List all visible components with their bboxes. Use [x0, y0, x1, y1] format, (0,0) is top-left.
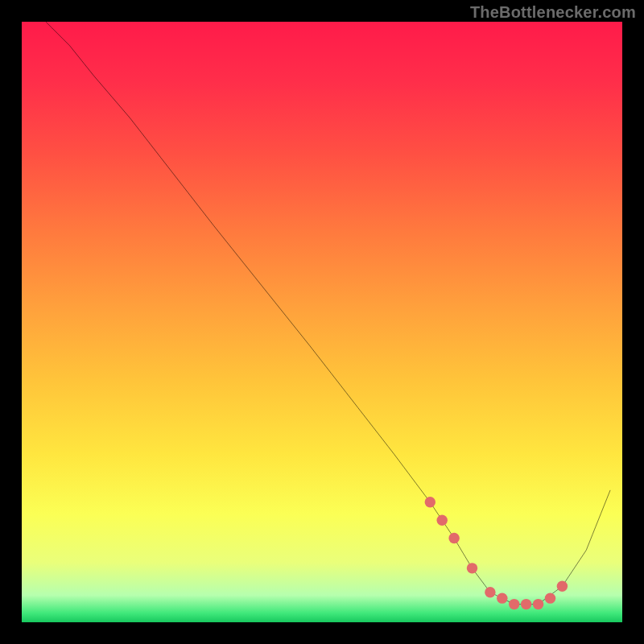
valley-marker: [497, 592, 507, 603]
chart-svg: [22, 22, 622, 622]
valley-marker: [557, 581, 568, 592]
valley-marker: [425, 497, 436, 507]
valley-marker: [545, 592, 555, 603]
chart-stage: TheBottlenecker.com: [0, 0, 644, 644]
valley-marker: [448, 533, 459, 543]
valley-marker: [485, 587, 495, 597]
valley-marker: [467, 563, 477, 573]
watermark-text: TheBottlenecker.com: [470, 3, 636, 22]
gradient-background: [22, 22, 622, 622]
valley-marker: [509, 599, 519, 609]
plot-area: [22, 22, 622, 622]
valley-marker: [521, 599, 531, 609]
valley-marker: [436, 514, 447, 525]
valley-marker: [533, 599, 543, 609]
plot-frame: [19, 19, 625, 625]
